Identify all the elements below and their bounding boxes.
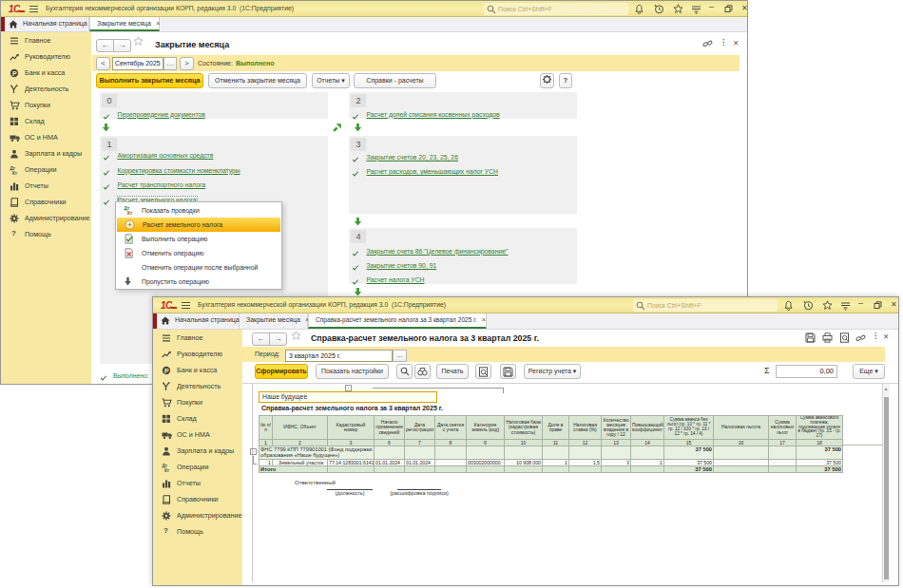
svg-text:Кт: Кт bbox=[12, 171, 18, 176]
svg-text:P: P bbox=[12, 70, 17, 77]
svg-text:P: P bbox=[164, 368, 169, 374]
svg-text:Кт: Кт bbox=[127, 211, 133, 215]
svg-text:Кт: Кт bbox=[164, 468, 170, 473]
